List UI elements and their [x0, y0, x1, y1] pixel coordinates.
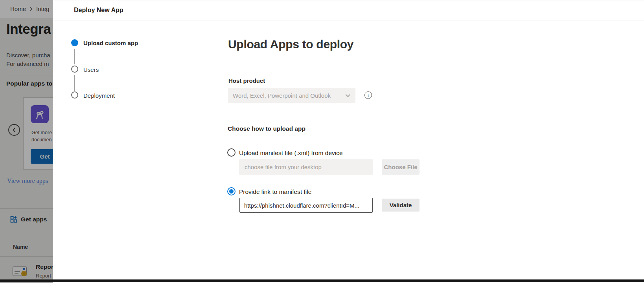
host-product-label: Host product: [228, 77, 265, 84]
radio-upload-manifest-file-label: Upload manifest file (.xml) from device: [239, 150, 343, 157]
content-heading: Upload Apps to deploy: [228, 38, 353, 51]
choose-upload-heading: Choose how to upload app: [228, 125, 305, 132]
chevron-down-icon: [345, 94, 351, 97]
bottom-black-bar: [0, 279, 644, 282]
choose-file-button-label: Choose File: [384, 164, 417, 170]
radio-provide-link[interactable]: [227, 187, 236, 195]
step-circle-icon: [71, 66, 78, 73]
deploy-new-app-panel: Deploy New App Upload custom app Users D…: [53, 0, 644, 283]
step-deployment: Deployment: [83, 92, 115, 99]
radio-selected-dot-icon: [229, 189, 234, 194]
info-icon[interactable]: i: [364, 91, 372, 99]
validate-button-label: Validate: [390, 202, 412, 208]
host-product-dropdown[interactable]: Word, Excel, Powerpoint and Outlook: [228, 88, 355, 103]
panel-header-divider: [53, 20, 644, 20]
step-connector: [74, 49, 75, 64]
file-path-input[interactable]: [239, 159, 373, 175]
radio-provide-link-label: Provide link to manifest file: [239, 188, 311, 195]
choose-file-button[interactable]: Choose File: [382, 159, 420, 175]
validate-button[interactable]: Validate: [382, 199, 420, 212]
step-active-dot-icon: [71, 39, 78, 46]
step-circle-icon: [71, 91, 78, 99]
manifest-link-input[interactable]: [239, 198, 373, 213]
step-users: Users: [83, 66, 99, 73]
panel-title: Deploy New App: [74, 7, 123, 14]
stepper-content-divider: [205, 20, 205, 283]
host-product-value: Word, Excel, Powerpoint and Outlook: [233, 92, 345, 99]
radio-upload-manifest-file[interactable]: [227, 148, 236, 157]
step-upload-custom-app: Upload custom app: [83, 40, 138, 46]
step-connector: [74, 75, 75, 91]
